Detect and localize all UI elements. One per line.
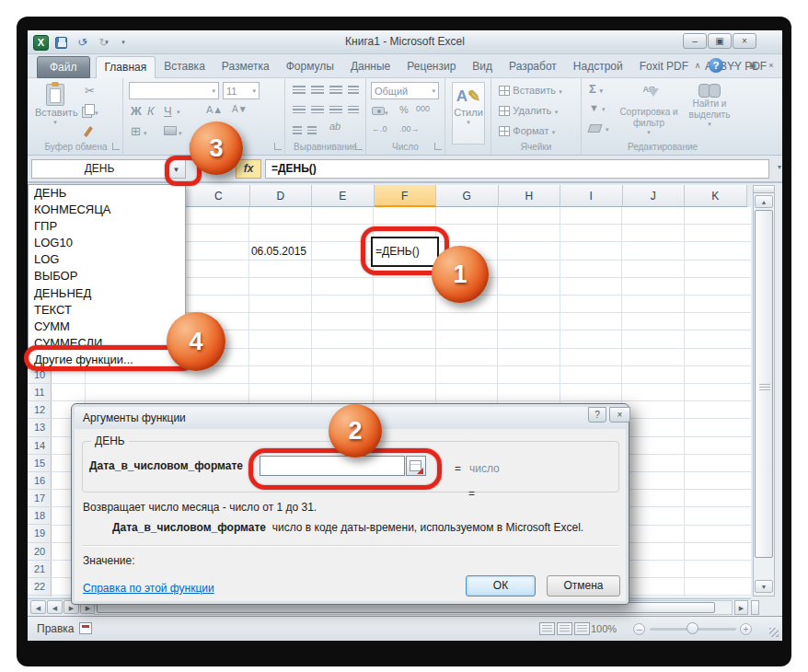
- row-header[interactable]: 20: [28, 543, 52, 561]
- workbook-restore-icon[interactable]: ▣: [745, 61, 760, 70]
- function-list-item[interactable]: LOG10: [29, 235, 185, 251]
- ribbon-tab[interactable]: Вставка: [156, 56, 214, 78]
- decrease-indent-icon[interactable]: [293, 126, 302, 134]
- function-list-item[interactable]: ДЕНЬ: [29, 185, 185, 202]
- fill-color-dropdown-icon[interactable]: ▾: [179, 130, 182, 137]
- fill-color-icon[interactable]: [164, 126, 177, 135]
- cancel-button[interactable]: Отмена: [547, 575, 620, 597]
- underline-button[interactable]: Ч: [164, 104, 172, 118]
- italic-button[interactable]: К: [147, 104, 155, 118]
- underline-dropdown-icon[interactable]: ▾: [177, 109, 180, 116]
- column-header[interactable]: F: [375, 185, 437, 207]
- workbook-close-icon[interactable]: ×: [764, 61, 779, 70]
- row-header[interactable]: 13: [28, 419, 52, 436]
- increase-decimal-icon[interactable]: ←.0: [372, 124, 387, 133]
- dialog-help-button[interactable]: ?: [588, 407, 606, 423]
- format-cells-button[interactable]: Формат ▾: [499, 124, 555, 137]
- workbook-minimize-icon[interactable]: –: [727, 61, 742, 70]
- zoom-in-button[interactable]: +: [740, 623, 752, 635]
- expand-formula-bar-icon[interactable]: ▾: [778, 163, 781, 171]
- row-header[interactable]: 22: [28, 578, 52, 596]
- ribbon-tab[interactable]: Вид: [464, 56, 501, 78]
- collapse-ribbon-icon[interactable]: ∧: [690, 61, 705, 70]
- vertical-scroll-thumb[interactable]: [755, 210, 773, 558]
- cell-f3-formula[interactable]: =ДЕНЬ(): [371, 237, 439, 267]
- dialog-close-button[interactable]: ×: [609, 407, 630, 423]
- column-header[interactable]: K: [685, 185, 747, 207]
- function-list-item[interactable]: СУММЕСЛИ: [29, 335, 185, 352]
- function-list-item[interactable]: КОНМЕСЯЦА: [29, 202, 185, 218]
- normal-view-button[interactable]: [539, 622, 555, 635]
- align-middle-icon[interactable]: [311, 86, 324, 94]
- name-box[interactable]: ДЕНЬ: [31, 159, 167, 179]
- ok-button[interactable]: ОК: [466, 575, 536, 597]
- ribbon-tab[interactable]: Разработ: [501, 56, 565, 78]
- column-header[interactable]: I: [560, 185, 623, 207]
- ribbon-tab[interactable]: Данные: [342, 56, 398, 78]
- increase-indent-icon[interactable]: [307, 126, 317, 134]
- ribbon-tab[interactable]: Главная: [96, 56, 156, 78]
- prev-sheet-button[interactable]: ◀: [47, 600, 63, 614]
- row-header[interactable]: 15: [28, 455, 52, 472]
- alignment-dialog-launcher[interactable]: [355, 143, 363, 150]
- tab-split-handle[interactable]: [751, 600, 759, 615]
- column-header[interactable]: E: [312, 185, 375, 207]
- minimize-button[interactable]: –: [683, 33, 707, 49]
- fill-button[interactable]: ▼ ▾: [589, 102, 605, 113]
- function-list-item[interactable]: ДЕНЬНЕД: [29, 285, 185, 302]
- font-shrink-button[interactable]: А▼: [232, 104, 248, 114]
- zoom-level[interactable]: 100%: [591, 623, 617, 634]
- delete-cells-button[interactable]: Удалить ▾: [499, 104, 558, 117]
- first-sheet-button[interactable]: ◀: [30, 600, 46, 614]
- page-layout-view-button[interactable]: [557, 622, 572, 635]
- decrease-decimal-icon[interactable]: .00→: [399, 124, 420, 133]
- row-header[interactable]: 14: [28, 437, 52, 455]
- ribbon-tab[interactable]: Формулы: [278, 56, 342, 78]
- ribbon-tab[interactable]: Foxit PDF: [631, 56, 697, 78]
- title-bar[interactable]: X ↺▾ ↻▾ ▾ Книга1 - Microsoft Excel – ▣ ×: [28, 30, 782, 54]
- function-list-item[interactable]: LOG: [29, 251, 185, 268]
- styles-button[interactable]: А✎ Стили ▾: [452, 82, 485, 145]
- clipboard-dialog-launcher[interactable]: [112, 143, 120, 150]
- clear-icon[interactable]: [588, 124, 603, 133]
- row-header[interactable]: 19: [28, 525, 52, 542]
- resize-grip[interactable]: [769, 628, 779, 637]
- row-header[interactable]: 11: [28, 384, 52, 401]
- function-list-item[interactable]: Другие функции...: [29, 352, 185, 368]
- bold-button[interactable]: Ж: [131, 104, 142, 118]
- percent-button[interactable]: %: [399, 104, 409, 115]
- insert-cells-button[interactable]: Вставить ▾: [499, 84, 562, 97]
- name-box-dropdown-button[interactable]: ▼: [167, 159, 186, 179]
- font-grow-button[interactable]: А▲: [206, 104, 223, 115]
- copy-button[interactable]: ▾: [85, 104, 98, 118]
- help-icon[interactable]: ?: [709, 58, 723, 73]
- vertical-scrollbar[interactable]: ▲ ▼: [753, 185, 775, 597]
- function-list-item[interactable]: СУММ: [29, 319, 185, 335]
- close-button[interactable]: ×: [733, 33, 756, 49]
- ribbon-tab[interactable]: Рецензир: [398, 56, 464, 78]
- argument-input[interactable]: [260, 456, 405, 476]
- clear-dropdown-icon[interactable]: ▾: [606, 126, 609, 133]
- restore-button[interactable]: ▣: [708, 33, 732, 49]
- comma-style-button[interactable]: 000: [416, 104, 430, 113]
- column-header[interactable]: D: [250, 185, 313, 207]
- font-size-combo[interactable]: 11▾: [223, 82, 260, 99]
- row-header[interactable]: 18: [28, 507, 52, 525]
- function-help-link[interactable]: Справка по этой функции: [83, 582, 214, 595]
- scroll-right-button[interactable]: ▶: [734, 600, 748, 615]
- column-header[interactable]: C: [188, 185, 250, 207]
- align-center-icon[interactable]: [311, 106, 324, 114]
- borders-button[interactable]: ⊞: [131, 124, 141, 138]
- ribbon-tab[interactable]: Разметка: [214, 56, 278, 78]
- column-header[interactable]: H: [499, 185, 561, 207]
- merge-center-icon[interactable]: [348, 106, 359, 114]
- find-select-button[interactable]: Найти и выделить ▾: [681, 82, 738, 128]
- number-dialog-launcher[interactable]: [434, 143, 442, 150]
- zoom-slider-knob[interactable]: [687, 622, 698, 634]
- accounting-format-button[interactable]: ▾: [372, 105, 388, 118]
- borders-dropdown-icon[interactable]: ▾: [144, 130, 147, 137]
- paste-dropdown-icon[interactable]: ▾: [35, 119, 75, 126]
- cut-button[interactable]: ✂: [85, 84, 95, 98]
- vertical-split-handle[interactable]: [754, 186, 774, 193]
- format-painter-button[interactable]: [87, 126, 90, 140]
